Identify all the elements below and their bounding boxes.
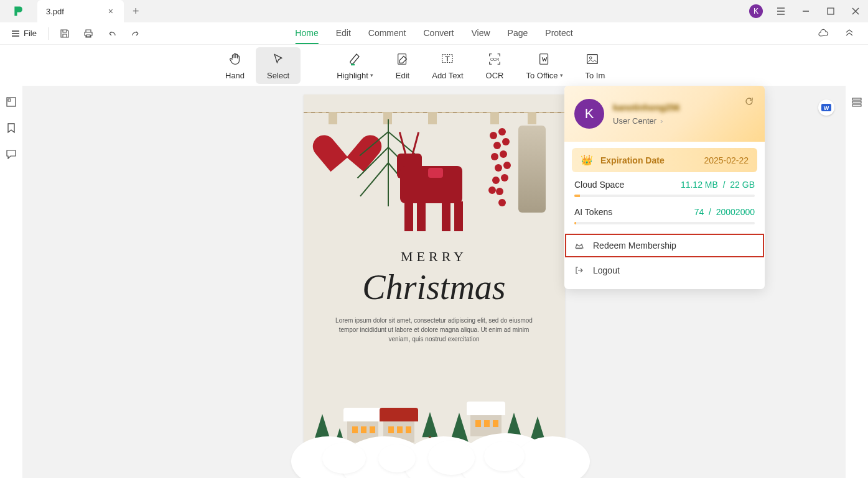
logout-icon — [574, 265, 586, 275]
svg-point-6 — [589, 57, 592, 59]
cloud-space-stat: Cloud Space 11.12 MB / 22 GB — [564, 172, 765, 200]
svg-rect-11 — [852, 104, 861, 106]
redo-icon[interactable] — [127, 25, 144, 42]
left-sidebar — [0, 86, 22, 478]
user-dropdown: K kanotinhong256 User Center › 👑 Expirat… — [564, 86, 765, 289]
bookmark-icon[interactable] — [5, 122, 17, 134]
title-bar: 3.pdf × + K — [0, 0, 868, 22]
refresh-icon[interactable] — [742, 94, 756, 108]
nav-page[interactable]: Page — [508, 23, 528, 44]
doc-body-text: Lorem ipsum dolor sit amet, consectetur … — [304, 316, 565, 344]
nav-edit[interactable]: Edit — [336, 23, 351, 44]
add-text-icon — [441, 51, 454, 67]
tool-select[interactable]: Select — [256, 47, 301, 84]
tool-edit[interactable]: Edit — [385, 47, 421, 84]
file-row: File Home Edit Comment Convert View Page… — [0, 22, 868, 45]
chevron-down-icon: ▾ — [370, 72, 373, 78]
redeem-membership-item[interactable]: Redeem Membership — [564, 233, 765, 258]
nav-view[interactable]: View — [472, 23, 490, 44]
maximize-icon[interactable] — [818, 0, 843, 22]
highlighter-icon — [348, 51, 363, 67]
cursor-icon — [272, 51, 284, 67]
svg-rect-10 — [852, 101, 861, 103]
svg-rect-5 — [587, 54, 597, 63]
nav-home[interactable]: Home — [295, 23, 318, 44]
tab-title: 3.pdf — [46, 7, 64, 16]
print-icon[interactable] — [80, 25, 97, 42]
edit-doc-icon — [396, 51, 409, 67]
new-tab-button[interactable]: + — [124, 0, 148, 22]
svg-text:OCR: OCR — [490, 57, 500, 61]
tool-hand[interactable]: Hand — [214, 47, 256, 84]
tool-to-office[interactable]: To Office▾ — [515, 47, 574, 84]
thumbnails-icon[interactable] — [5, 96, 17, 108]
minimize-icon[interactable] — [793, 0, 818, 22]
svg-rect-1 — [398, 53, 406, 64]
cloud-icon[interactable] — [814, 25, 832, 42]
dropdown-username: kanotinhong256 — [613, 103, 679, 113]
dropdown-header: K kanotinhong256 User Center › — [564, 86, 765, 142]
hamburger-icon — [11, 29, 20, 38]
crown-icon: 👑 — [581, 154, 593, 166]
cloud-space-value: 11.12 MB / 22 GB — [681, 180, 755, 190]
svg-rect-8 — [8, 99, 11, 101]
save-icon[interactable] — [56, 25, 73, 42]
properties-icon[interactable] — [851, 96, 863, 108]
nav-comment[interactable]: Comment — [368, 23, 406, 44]
toolbar: Hand Select Highlight▾ Edit Add Text OCR… — [0, 45, 868, 86]
logout-item[interactable]: Logout — [564, 258, 765, 283]
right-sidebar — [846, 86, 868, 478]
doc-heading-merry: MERRY — [401, 249, 467, 265]
hand-icon — [228, 51, 242, 67]
svg-text:W: W — [824, 105, 829, 111]
membership-icon — [574, 241, 586, 250]
convert-to-word-bubble[interactable]: W — [818, 99, 834, 116]
main-nav: Home Edit Comment Convert View Page Prot… — [295, 23, 572, 44]
file-menu-button[interactable]: File — [7, 26, 40, 40]
ai-tokens-value: 74 / 20002000 — [694, 207, 755, 217]
chevron-down-icon: ▾ — [560, 72, 563, 78]
ornaments-illustration — [304, 94, 565, 237]
user-center-link[interactable]: User Center › — [613, 116, 679, 126]
tab-active[interactable]: 3.pdf × — [37, 0, 124, 22]
comments-icon[interactable] — [5, 148, 17, 160]
ocr-icon: OCR — [488, 51, 502, 67]
tab-close-icon[interactable]: × — [106, 7, 115, 16]
nav-protect[interactable]: Protect — [545, 23, 572, 44]
village-illustration — [304, 368, 565, 467]
undo-icon[interactable] — [103, 25, 121, 42]
dropdown-avatar: K — [574, 99, 604, 129]
pdf-page: MERRY Christmas Lorem ipsum dolor sit am… — [304, 94, 565, 467]
doc-heading-christmas: Christmas — [362, 267, 505, 307]
tool-to-image[interactable]: To Image — [574, 47, 605, 84]
app-logo — [0, 0, 37, 22]
image-icon — [586, 51, 599, 67]
tool-ocr[interactable]: OCR OCR — [475, 47, 515, 84]
svg-rect-9 — [852, 98, 861, 100]
expiration-date: 2025-02-22 — [704, 155, 749, 165]
menu-icon[interactable] — [768, 0, 793, 22]
expiration-banner: 👑 Expiration Date 2025-02-22 — [572, 148, 757, 172]
ai-tokens-stat: AI Tokens 74 / 20002000 — [564, 200, 765, 227]
user-avatar-small[interactable]: K — [744, 0, 768, 22]
chevron-right-icon: › — [660, 116, 663, 126]
close-icon[interactable] — [843, 0, 868, 22]
nav-convert[interactable]: Convert — [423, 23, 454, 44]
collapse-ribbon-icon[interactable] — [841, 25, 858, 42]
svg-rect-0 — [828, 8, 834, 14]
tool-highlight[interactable]: Highlight▾ — [325, 47, 385, 84]
tool-add-text[interactable]: Add Text — [421, 47, 474, 84]
office-icon — [538, 51, 551, 67]
